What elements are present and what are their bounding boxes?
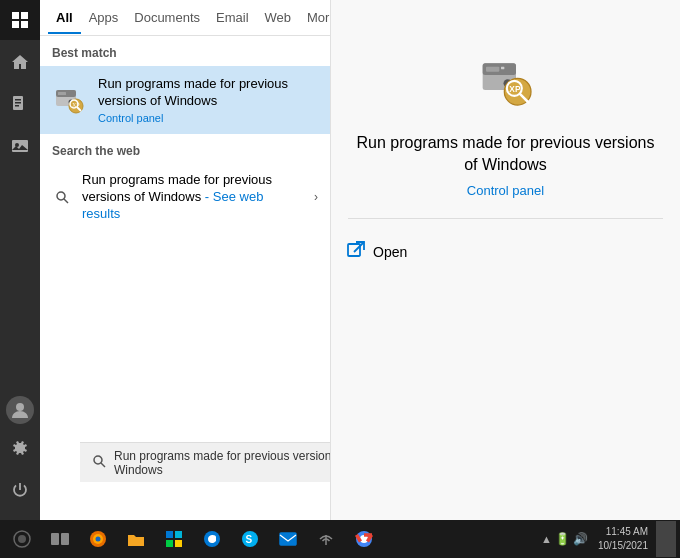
notification-center[interactable] bbox=[656, 521, 676, 557]
clock-time: 11:45 AM bbox=[598, 525, 648, 539]
taskbar-store[interactable] bbox=[156, 521, 192, 557]
open-label: Open bbox=[373, 244, 407, 260]
web-search-text: Run programs made for previous versions … bbox=[82, 172, 304, 223]
taskbar-firefox[interactable] bbox=[80, 521, 116, 557]
svg-rect-14 bbox=[58, 92, 66, 95]
clock-date: 10/15/2021 bbox=[598, 539, 648, 553]
open-icon bbox=[347, 241, 365, 263]
control-panel-icon: XP bbox=[52, 82, 88, 118]
volume-icon: 🔊 bbox=[573, 532, 588, 546]
svg-rect-41 bbox=[166, 531, 173, 538]
detail-panel: XP Run programs made for previous versio… bbox=[330, 0, 680, 520]
tab-web[interactable]: Web bbox=[257, 2, 300, 33]
tab-email[interactable]: Email bbox=[208, 2, 257, 33]
svg-rect-2 bbox=[12, 21, 19, 28]
web-search-label: Search the web bbox=[40, 134, 330, 164]
svg-rect-48 bbox=[280, 533, 296, 545]
svg-point-10 bbox=[16, 403, 24, 411]
svg-point-19 bbox=[57, 192, 65, 200]
taskbar-right-area: ▲ 🔋 🔊 11:45 AM 10/15/2021 bbox=[537, 521, 676, 557]
web-search-arrow: › bbox=[314, 190, 318, 204]
taskbar-cortana[interactable] bbox=[4, 521, 40, 557]
sidebar-settings-icon[interactable] bbox=[0, 430, 40, 470]
svg-point-21 bbox=[94, 456, 102, 464]
svg-line-22 bbox=[101, 463, 105, 467]
svg-line-20 bbox=[64, 199, 68, 203]
svg-rect-3 bbox=[21, 21, 28, 28]
tab-documents[interactable]: Documents bbox=[126, 2, 208, 33]
avatar-circle bbox=[6, 396, 34, 424]
bottom-search-icon bbox=[92, 454, 106, 471]
svg-rect-44 bbox=[175, 540, 182, 547]
svg-text:XP: XP bbox=[509, 84, 521, 94]
svg-rect-26 bbox=[486, 67, 499, 72]
svg-rect-0 bbox=[12, 12, 19, 19]
start-button[interactable] bbox=[0, 0, 40, 40]
svg-rect-6 bbox=[15, 102, 21, 104]
svg-rect-37 bbox=[61, 533, 69, 545]
detail-icon: XP bbox=[466, 40, 546, 120]
best-match-subtitle: Control panel bbox=[98, 112, 318, 124]
open-action[interactable]: Open bbox=[331, 235, 680, 269]
taskbar-network[interactable] bbox=[308, 521, 344, 557]
detail-divider bbox=[348, 218, 662, 219]
sidebar bbox=[0, 0, 40, 520]
svg-rect-43 bbox=[166, 540, 173, 547]
bottom-search-bar[interactable]: Run programs made for previous versions … bbox=[80, 442, 370, 482]
svg-text:XP: XP bbox=[72, 102, 80, 108]
svg-rect-32 bbox=[348, 244, 360, 256]
best-match-item[interactable]: XP Run programs made for previous versio… bbox=[40, 66, 330, 134]
sidebar-photos-icon[interactable] bbox=[0, 126, 40, 166]
best-match-title: Run programs made for previous versions … bbox=[98, 76, 318, 110]
taskbar-chrome[interactable] bbox=[346, 521, 382, 557]
detail-title: Run programs made for previous versions … bbox=[331, 132, 680, 177]
taskbar-explorer[interactable] bbox=[118, 521, 154, 557]
web-search-item[interactable]: Run programs made for previous versions … bbox=[40, 164, 330, 231]
taskbar: S ▲ 🔋 🔊 11:45 AM 10/15/2021 bbox=[0, 520, 680, 558]
sidebar-power-icon[interactable] bbox=[0, 470, 40, 510]
sidebar-documents-icon[interactable] bbox=[0, 84, 40, 124]
taskbar-clock[interactable]: 11:45 AM 10/15/2021 bbox=[592, 525, 654, 553]
search-tabs: All Apps Documents Email Web More Feedba… bbox=[40, 0, 330, 36]
web-search-icon bbox=[52, 187, 72, 207]
taskbar-tray: ▲ 🔋 🔊 bbox=[537, 532, 592, 546]
svg-rect-1 bbox=[21, 12, 28, 19]
taskbar-mail[interactable] bbox=[270, 521, 306, 557]
taskbar-skype[interactable]: S bbox=[232, 521, 268, 557]
sidebar-home-icon[interactable] bbox=[0, 42, 40, 82]
sidebar-avatar[interactable] bbox=[0, 390, 40, 430]
bottom-search-text: Run programs made for previous versions … bbox=[114, 449, 358, 477]
svg-rect-5 bbox=[15, 99, 21, 101]
svg-point-40 bbox=[96, 537, 101, 542]
svg-rect-27 bbox=[501, 67, 504, 70]
svg-rect-36 bbox=[51, 533, 59, 545]
svg-rect-7 bbox=[15, 105, 19, 107]
search-panel: All Apps Documents Email Web More Feedba… bbox=[40, 0, 330, 520]
detail-subtitle: Control panel bbox=[467, 183, 544, 198]
best-match-text: Run programs made for previous versions … bbox=[98, 76, 318, 124]
svg-text:S: S bbox=[246, 534, 253, 545]
taskbar-edge[interactable] bbox=[194, 521, 230, 557]
tab-all[interactable]: All bbox=[48, 2, 81, 33]
svg-point-9 bbox=[15, 143, 19, 147]
best-match-label: Best match bbox=[40, 36, 330, 66]
svg-rect-42 bbox=[175, 531, 182, 538]
svg-point-35 bbox=[18, 535, 26, 543]
taskbar-task-view[interactable] bbox=[42, 521, 78, 557]
battery-icon: 🔋 bbox=[555, 532, 570, 546]
svg-rect-8 bbox=[12, 140, 28, 152]
tray-icons: ▲ bbox=[541, 533, 552, 545]
tab-apps[interactable]: Apps bbox=[81, 2, 127, 33]
